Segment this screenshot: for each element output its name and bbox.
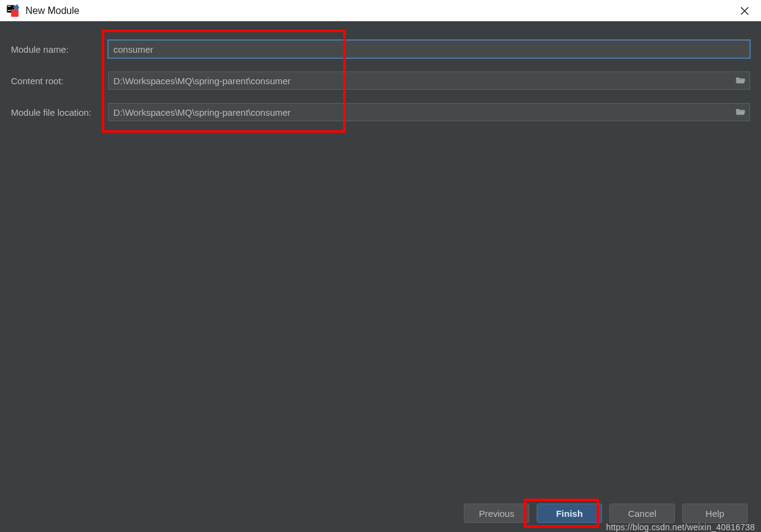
field-wrap-module-file-location bbox=[108, 103, 750, 121]
window-close-button[interactable] bbox=[734, 2, 755, 20]
folder-open-icon bbox=[736, 107, 745, 118]
dialog-footer: Previous Finish Cancel Help bbox=[0, 504, 761, 523]
module-file-location-browse-button[interactable] bbox=[731, 104, 749, 121]
watermark-text: https://blog.csdn.net/weixin_40816738 bbox=[606, 522, 755, 532]
row-content-root: Content root: bbox=[11, 65, 750, 96]
field-wrap-content-root bbox=[108, 71, 750, 90]
cancel-button[interactable]: Cancel bbox=[609, 504, 675, 523]
previous-button[interactable]: Previous bbox=[464, 504, 529, 523]
svg-rect-3 bbox=[11, 9, 18, 16]
module-file-location-input[interactable] bbox=[108, 103, 750, 121]
folder-open-icon bbox=[736, 76, 745, 86]
window-title: New Module bbox=[25, 5, 79, 16]
content-root-browse-button[interactable] bbox=[731, 72, 749, 89]
dialog-body: Module name: Content root: Module file l… bbox=[0, 21, 761, 532]
label-module-file-location: Module file location: bbox=[11, 107, 108, 118]
label-module-name: Module name: bbox=[11, 44, 108, 55]
form: Module name: Content root: Module file l… bbox=[0, 33, 761, 128]
app-logo-icon bbox=[6, 4, 19, 18]
svg-rect-1 bbox=[8, 5, 11, 6]
title-bar: New Module bbox=[0, 0, 761, 21]
field-wrap-module-name bbox=[108, 40, 750, 58]
row-module-name: Module name: bbox=[11, 33, 750, 65]
row-module-file-location: Module file location: bbox=[11, 96, 750, 128]
label-content-root: Content root: bbox=[11, 76, 108, 86]
finish-button[interactable]: Finish bbox=[537, 504, 602, 523]
content-root-input[interactable] bbox=[108, 71, 750, 90]
module-name-input[interactable] bbox=[108, 40, 750, 58]
svg-rect-2 bbox=[8, 10, 11, 10]
help-button[interactable]: Help bbox=[682, 504, 748, 523]
